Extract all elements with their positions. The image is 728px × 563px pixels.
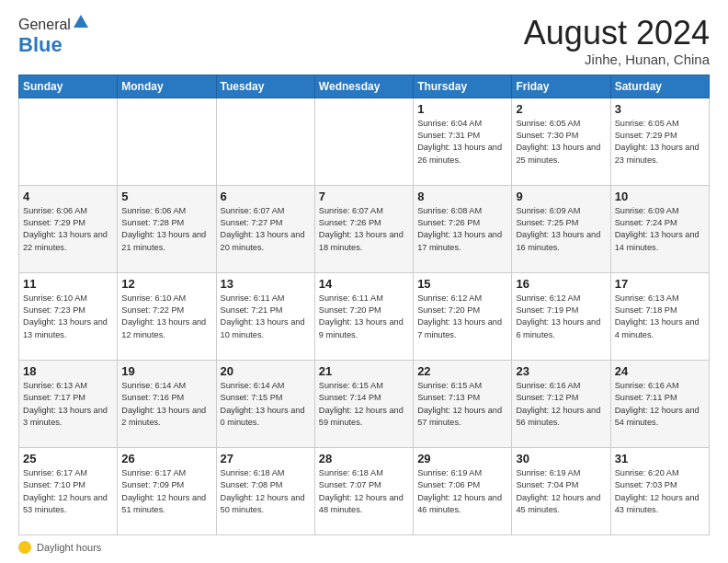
logo-triangle-icon bbox=[73, 13, 89, 29]
col-sunday: Sunday bbox=[19, 75, 118, 98]
table-row: 7Sunrise: 6:07 AM Sunset: 7:26 PM Daylig… bbox=[314, 185, 413, 272]
day-number: 23 bbox=[516, 364, 606, 378]
calendar-week-4: 18Sunrise: 6:13 AM Sunset: 7:17 PM Dayli… bbox=[19, 360, 710, 447]
day-info: Sunrise: 6:05 AM Sunset: 7:29 PM Dayligh… bbox=[615, 118, 705, 167]
sun-icon bbox=[18, 541, 31, 554]
table-row: 30Sunrise: 6:19 AM Sunset: 7:04 PM Dayli… bbox=[512, 447, 610, 534]
table-row: 17Sunrise: 6:13 AM Sunset: 7:18 PM Dayli… bbox=[610, 272, 709, 360]
table-row bbox=[216, 98, 314, 185]
title-location: Jinhe, Hunan, China bbox=[524, 52, 710, 67]
table-row: 22Sunrise: 6:15 AM Sunset: 7:13 PM Dayli… bbox=[414, 360, 512, 447]
day-number: 19 bbox=[121, 364, 211, 378]
table-row: 15Sunrise: 6:12 AM Sunset: 7:20 PM Dayli… bbox=[414, 272, 512, 360]
table-row: 21Sunrise: 6:15 AM Sunset: 7:14 PM Dayli… bbox=[314, 360, 413, 447]
day-info: Sunrise: 6:14 AM Sunset: 7:15 PM Dayligh… bbox=[221, 380, 311, 429]
day-number: 22 bbox=[417, 364, 507, 378]
day-number: 5 bbox=[121, 190, 211, 203]
table-row: 2Sunrise: 6:05 AM Sunset: 7:30 PM Daylig… bbox=[512, 98, 610, 185]
day-number: 8 bbox=[417, 190, 507, 203]
calendar-table: Sunday Monday Tuesday Wednesday Thursday… bbox=[18, 75, 710, 535]
day-number: 12 bbox=[121, 277, 211, 291]
day-number: 6 bbox=[221, 190, 311, 203]
table-row: 16Sunrise: 6:12 AM Sunset: 7:19 PM Dayli… bbox=[512, 272, 610, 360]
day-info: Sunrise: 6:05 AM Sunset: 7:30 PM Dayligh… bbox=[516, 118, 606, 167]
table-row: 31Sunrise: 6:20 AM Sunset: 7:03 PM Dayli… bbox=[610, 447, 709, 534]
calendar-week-2: 4Sunrise: 6:06 AM Sunset: 7:29 PM Daylig… bbox=[19, 185, 710, 272]
calendar-week-5: 25Sunrise: 6:17 AM Sunset: 7:10 PM Dayli… bbox=[19, 447, 710, 534]
footer-label: Daylight hours bbox=[37, 542, 101, 553]
day-number: 15 bbox=[417, 277, 507, 291]
day-info: Sunrise: 6:17 AM Sunset: 7:09 PM Dayligh… bbox=[121, 467, 211, 516]
calendar-header-row: Sunday Monday Tuesday Wednesday Thursday… bbox=[19, 75, 710, 98]
logo: General Blue bbox=[18, 15, 89, 57]
day-info: Sunrise: 6:04 AM Sunset: 7:31 PM Dayligh… bbox=[417, 118, 507, 167]
table-row: 27Sunrise: 6:18 AM Sunset: 7:08 PM Dayli… bbox=[216, 447, 314, 534]
table-row: 1Sunrise: 6:04 AM Sunset: 7:31 PM Daylig… bbox=[414, 98, 512, 185]
day-number: 16 bbox=[516, 277, 606, 291]
col-monday: Monday bbox=[118, 75, 216, 98]
day-info: Sunrise: 6:18 AM Sunset: 7:08 PM Dayligh… bbox=[221, 467, 311, 516]
svg-marker-0 bbox=[74, 15, 88, 28]
day-info: Sunrise: 6:16 AM Sunset: 7:12 PM Dayligh… bbox=[516, 380, 606, 429]
table-row: 28Sunrise: 6:18 AM Sunset: 7:07 PM Dayli… bbox=[314, 447, 413, 534]
day-info: Sunrise: 6:15 AM Sunset: 7:14 PM Dayligh… bbox=[319, 380, 409, 429]
day-info: Sunrise: 6:11 AM Sunset: 7:21 PM Dayligh… bbox=[221, 293, 311, 341]
table-row: 4Sunrise: 6:06 AM Sunset: 7:29 PM Daylig… bbox=[19, 185, 118, 272]
day-info: Sunrise: 6:13 AM Sunset: 7:17 PM Dayligh… bbox=[23, 380, 113, 429]
day-number: 4 bbox=[23, 190, 113, 203]
day-info: Sunrise: 6:12 AM Sunset: 7:19 PM Dayligh… bbox=[516, 293, 606, 341]
day-number: 1 bbox=[417, 102, 507, 116]
logo-blue-text: Blue bbox=[18, 33, 63, 56]
day-info: Sunrise: 6:07 AM Sunset: 7:27 PM Dayligh… bbox=[221, 205, 311, 254]
title-block: August 2024 Jinhe, Hunan, China bbox=[524, 15, 710, 67]
day-number: 18 bbox=[23, 364, 113, 378]
col-saturday: Saturday bbox=[610, 75, 709, 98]
col-friday: Friday bbox=[512, 75, 610, 98]
day-number: 27 bbox=[221, 452, 311, 465]
table-row: 12Sunrise: 6:10 AM Sunset: 7:22 PM Dayli… bbox=[118, 272, 216, 360]
day-info: Sunrise: 6:11 AM Sunset: 7:20 PM Dayligh… bbox=[319, 293, 409, 341]
table-row: 9Sunrise: 6:09 AM Sunset: 7:25 PM Daylig… bbox=[512, 185, 610, 272]
table-row: 10Sunrise: 6:09 AM Sunset: 7:24 PM Dayli… bbox=[610, 185, 709, 272]
day-info: Sunrise: 6:13 AM Sunset: 7:18 PM Dayligh… bbox=[615, 293, 705, 341]
day-info: Sunrise: 6:19 AM Sunset: 7:06 PM Dayligh… bbox=[417, 467, 507, 516]
day-info: Sunrise: 6:10 AM Sunset: 7:23 PM Dayligh… bbox=[23, 293, 113, 341]
table-row: 23Sunrise: 6:16 AM Sunset: 7:12 PM Dayli… bbox=[512, 360, 610, 447]
day-number: 3 bbox=[615, 102, 705, 116]
day-info: Sunrise: 6:06 AM Sunset: 7:28 PM Dayligh… bbox=[121, 205, 211, 254]
day-number: 21 bbox=[319, 364, 409, 378]
day-info: Sunrise: 6:16 AM Sunset: 7:11 PM Dayligh… bbox=[615, 380, 705, 429]
day-info: Sunrise: 6:09 AM Sunset: 7:25 PM Dayligh… bbox=[516, 205, 606, 254]
day-number: 25 bbox=[23, 452, 113, 465]
day-info: Sunrise: 6:08 AM Sunset: 7:26 PM Dayligh… bbox=[417, 205, 507, 254]
day-number: 7 bbox=[319, 190, 409, 203]
table-row: 8Sunrise: 6:08 AM Sunset: 7:26 PM Daylig… bbox=[414, 185, 512, 272]
day-number: 14 bbox=[319, 277, 409, 291]
table-row: 18Sunrise: 6:13 AM Sunset: 7:17 PM Dayli… bbox=[19, 360, 118, 447]
title-month: August 2024 bbox=[524, 15, 710, 52]
calendar-week-1: 1Sunrise: 6:04 AM Sunset: 7:31 PM Daylig… bbox=[19, 98, 710, 185]
table-row: 11Sunrise: 6:10 AM Sunset: 7:23 PM Dayli… bbox=[19, 272, 118, 360]
table-row: 14Sunrise: 6:11 AM Sunset: 7:20 PM Dayli… bbox=[314, 272, 413, 360]
day-info: Sunrise: 6:15 AM Sunset: 7:13 PM Dayligh… bbox=[417, 380, 507, 429]
day-number: 13 bbox=[221, 277, 311, 291]
day-number: 11 bbox=[23, 277, 113, 291]
day-info: Sunrise: 6:09 AM Sunset: 7:24 PM Dayligh… bbox=[615, 205, 705, 254]
day-info: Sunrise: 6:19 AM Sunset: 7:04 PM Dayligh… bbox=[516, 467, 606, 516]
col-tuesday: Tuesday bbox=[216, 75, 314, 98]
day-number: 26 bbox=[121, 452, 211, 465]
day-number: 31 bbox=[615, 452, 705, 465]
logo-general-text: General bbox=[18, 17, 71, 33]
day-info: Sunrise: 6:17 AM Sunset: 7:10 PM Dayligh… bbox=[23, 467, 113, 516]
table-row bbox=[19, 98, 118, 185]
day-number: 17 bbox=[615, 277, 705, 291]
day-number: 28 bbox=[319, 452, 409, 465]
table-row bbox=[314, 98, 413, 185]
day-info: Sunrise: 6:12 AM Sunset: 7:20 PM Dayligh… bbox=[417, 293, 507, 341]
day-info: Sunrise: 6:18 AM Sunset: 7:07 PM Dayligh… bbox=[319, 467, 409, 516]
col-wednesday: Wednesday bbox=[314, 75, 413, 98]
footer: Daylight hours bbox=[18, 541, 710, 554]
table-row: 20Sunrise: 6:14 AM Sunset: 7:15 PM Dayli… bbox=[216, 360, 314, 447]
table-row: 25Sunrise: 6:17 AM Sunset: 7:10 PM Dayli… bbox=[19, 447, 118, 534]
page: General Blue August 2024 Jinhe, Hunan, C… bbox=[0, 0, 728, 563]
